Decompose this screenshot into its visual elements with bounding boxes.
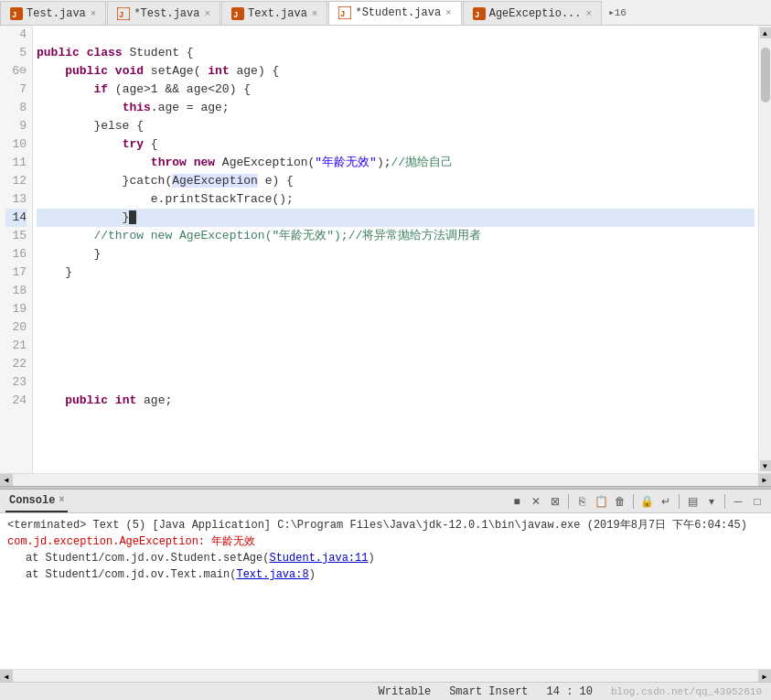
scroll-up-arrow[interactable]: ▲ — [760, 27, 771, 38]
line-numbers: 4 5 6⊖ 7 8 9 10 11 12 13 14 15 16 17 18 … — [0, 26, 33, 473]
code-line-22 — [37, 355, 755, 373]
console-exception-line: com.jd.exception.AgeException: 年龄无效 — [7, 533, 764, 550]
status-position: 14 : 10 — [547, 685, 593, 698]
console-actions: ■ ✕ ⊠ ⎘ 📋 🗑 🔒 ↵ ▤ ▾ — [509, 493, 766, 510]
tab-bar: J Test.java × J *Test.java × J Text.java… — [0, 0, 771, 26]
tab-test-java-modified[interactable]: J *Test.java × — [107, 1, 220, 25]
line-num-14: 14 — [5, 209, 27, 227]
console-toolbar: Console × ■ ✕ ⊠ ⎘ 📋 🗑 🔒 ↵ — [0, 490, 771, 513]
code-line-15: //throw new AgeException("年龄无效");//将异常抛给… — [37, 227, 755, 245]
line-num-18: 18 — [5, 282, 27, 300]
line-num-12: 12 — [5, 172, 27, 190]
console-terminated-line: <terminated> Text (5) [Java Application]… — [7, 517, 764, 533]
console-minimize-btn[interactable]: ─ — [730, 493, 746, 510]
console-dropdown-btn[interactable]: ▾ — [703, 493, 720, 510]
console-exception-msg: : 年龄无效 — [198, 535, 255, 548]
code-line-12: }catch(AgeException e) { — [37, 172, 755, 190]
tab-test-java[interactable]: J Test.java × — [0, 1, 106, 25]
console-link-2[interactable]: Text.java:8 — [236, 568, 308, 581]
code-line-21 — [37, 337, 755, 355]
tab-ageexception[interactable]: J AgeExceptio... × — [463, 1, 602, 25]
svg-text:J: J — [475, 11, 479, 20]
code-line-6: public void setAge( int age) { — [37, 62, 755, 81]
console-remove-btn[interactable]: ✕ — [528, 493, 544, 510]
svg-text:J: J — [233, 11, 238, 20]
console-close-icon[interactable]: × — [59, 495, 64, 505]
console-scroll-lock-btn[interactable]: 🔒 — [638, 493, 655, 510]
line-num-21: 21 — [5, 337, 27, 355]
console-at-text-2: at Student1/com.jd.ov.Text.main( — [26, 568, 236, 581]
tab-close-icon[interactable]: × — [312, 8, 318, 19]
code-line-10: try { — [37, 135, 755, 154]
console-paste-btn[interactable]: 📋 — [593, 493, 609, 510]
tab-close-icon[interactable]: × — [586, 8, 593, 19]
scroll-thumb[interactable] — [761, 48, 770, 102]
console-content: <terminated> Text (5) [Java Application]… — [0, 513, 771, 669]
console-tab[interactable]: Console × — [5, 490, 68, 512]
line-num-20: 20 — [5, 318, 27, 337]
status-bar: Writable Smart Insert 14 : 10 blog.csdn.… — [0, 682, 771, 700]
line-num-22: 22 — [5, 355, 27, 373]
tab-student-java[interactable]: J *Student.java × — [328, 1, 461, 25]
tab-close-icon[interactable]: × — [91, 8, 97, 19]
code-line-16: } — [37, 245, 755, 264]
hscroll-right-btn[interactable]: ▶ — [758, 474, 771, 487]
tab-text-java[interactable]: J Text.java × — [221, 1, 327, 25]
tab-label: *Test.java — [134, 7, 199, 20]
console-at-close-2: ) — [309, 568, 316, 581]
code-line-13: e.printStackTrace(); — [37, 190, 755, 209]
console-title-label: Console — [9, 494, 55, 507]
code-line-11: throw new AgeException("年龄无效");//抛给自己 — [37, 154, 755, 172]
console-stop-btn[interactable]: ■ — [509, 493, 525, 510]
hscroll-track[interactable] — [13, 474, 758, 486]
java-file-outline-icon: J — [117, 7, 130, 20]
code-line-9: }else { — [37, 117, 755, 135]
line-num-23: 23 — [5, 373, 27, 392]
status-insert-mode: Smart Insert — [449, 685, 528, 698]
svg-text:J: J — [119, 11, 123, 20]
editor-area: 4 5 6⊖ 7 8 9 10 11 12 13 14 15 16 17 18 … — [0, 26, 771, 473]
code-line-7: if (age>1 && age<20) { — [37, 81, 755, 99]
console-hscroll-left[interactable]: ◀ — [0, 670, 13, 683]
line-num-9: 9 — [5, 117, 27, 135]
console-copy-btn[interactable]: ⎘ — [573, 493, 590, 510]
console-hscroll-track[interactable] — [13, 670, 758, 682]
editor-vertical-scrollbar[interactable]: ▲ ▼ — [758, 26, 771, 473]
code-line-23 — [37, 373, 755, 392]
hscroll-left-btn[interactable]: ◀ — [0, 474, 13, 487]
java-file-icon: J — [231, 7, 244, 20]
code-line-20 — [37, 318, 755, 337]
console-link-1[interactable]: Student.java:11 — [269, 552, 368, 565]
tab-close-icon[interactable]: × — [445, 7, 452, 18]
line-num-24: 24 — [5, 392, 27, 410]
line-num-19: 19 — [5, 300, 27, 318]
editor-horizontal-scrollbar[interactable]: ◀ ▶ — [0, 473, 771, 486]
code-line-5: public class Student { — [37, 44, 755, 62]
line-num-13: 13 — [5, 190, 27, 209]
code-line-4 — [37, 26, 755, 44]
tab-overflow[interactable]: ▸16 — [603, 5, 632, 20]
console-hscroll-right[interactable]: ▶ — [758, 670, 771, 683]
line-num-16: 16 — [5, 245, 27, 264]
console-remove-all-btn[interactable]: ⊠ — [547, 493, 563, 510]
console-at-close-1: ) — [368, 552, 374, 565]
console-open-btn[interactable]: ▤ — [684, 493, 701, 510]
console-horizontal-scrollbar[interactable]: ◀ ▶ — [0, 669, 771, 682]
line-num-8: 8 — [5, 99, 27, 117]
tab-label: Test.java — [27, 7, 86, 20]
console-word-wrap-btn[interactable]: ↵ — [658, 493, 674, 510]
console-panel: Console × ■ ✕ ⊠ ⎘ 📋 🗑 🔒 ↵ — [0, 490, 771, 682]
line-num-5: 5 — [5, 44, 27, 62]
console-maximize-btn[interactable]: □ — [749, 493, 766, 510]
tab-close-icon[interactable]: × — [204, 8, 210, 19]
line-num-10: 10 — [5, 135, 27, 154]
line-num-11: 11 — [5, 154, 27, 172]
console-clear-btn[interactable]: 🗑 — [612, 493, 628, 510]
console-exception-class: com.jd.exception.AgeException — [7, 535, 198, 548]
console-stack-2: at Student1/com.jd.ov.Text.main(Text.jav… — [7, 566, 764, 583]
line-num-4: 4 — [5, 26, 27, 44]
code-content[interactable]: public class Student { public void setAg… — [33, 26, 758, 473]
scroll-down-arrow[interactable]: ▼ — [760, 460, 771, 471]
status-watermark: blog.csdn.net/qq_43952610 — [611, 686, 762, 697]
java-file-outline-icon: J — [338, 6, 351, 19]
